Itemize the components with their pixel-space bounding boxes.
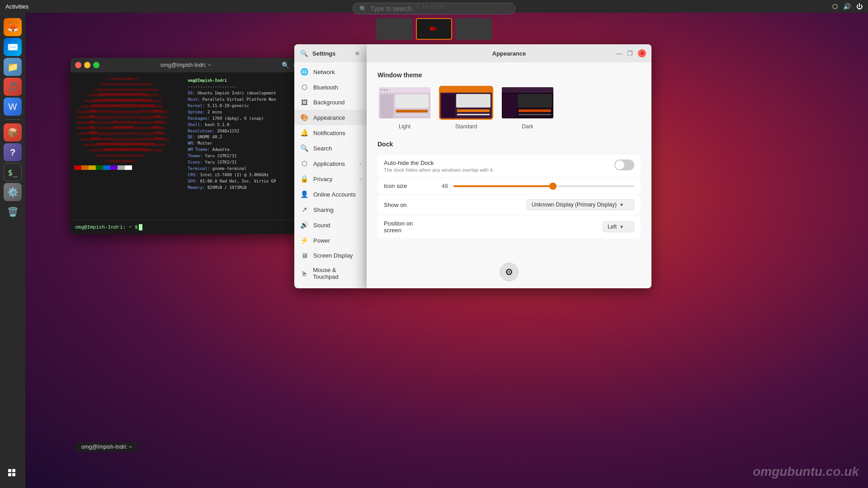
show-applications-button[interactable] (4, 465, 22, 483)
theme-light-preview (377, 86, 432, 120)
show-on-chevron-icon: ▾ (620, 202, 623, 208)
terminal-search-icon[interactable]: 🔍 (282, 61, 289, 69)
position-chevron-icon: ▾ (620, 224, 623, 230)
settings-panel: 🔍 Settings ≡ 🌐 Network ⬡ Bluetooth 🖼 Bac… (294, 44, 367, 288)
theme-dark[interactable]: Dark (500, 86, 555, 130)
show-on-label: Show on (384, 202, 429, 208)
settings-item-mouse-touchpad[interactable]: 🖱 Mouse & Touchpad (294, 263, 367, 284)
terminal-minimize-button[interactable] (84, 62, 90, 68)
left-dock: 🦊 ✉️ 📁 🎵 W 📦 ? $_ ⚙️ 🗑️ (0, 13, 25, 488)
icon-size-slider[interactable] (453, 185, 634, 187)
theme-standard-preview (439, 86, 493, 120)
settings-panel-title: Settings (312, 50, 335, 57)
applications-arrow-icon: › (359, 161, 361, 166)
volume-icon[interactable]: 🔊 (843, 3, 851, 10)
position-label: Position on screen (384, 220, 429, 234)
window-thumb-terminal[interactable]: █▓▒░ (416, 18, 452, 40)
settings-item-privacy[interactable]: 🔒 Privacy › (294, 171, 367, 187)
autohide-option: Auto-hide the Dock The dock hides when a… (377, 155, 641, 177)
svg-text:⚙: ⚙ (505, 267, 513, 277)
settings-item-online-accounts[interactable]: 👤 Online Accounts (294, 187, 367, 202)
appearance-titlebar: Appearance — ❐ ✕ (367, 44, 651, 62)
search-icon: 🔍 (359, 5, 367, 12)
power-icon[interactable]: ⏻ (856, 3, 863, 10)
terminal-maximize-button[interactable] (93, 62, 99, 68)
theme-dark-preview (500, 86, 555, 120)
mouse-icon: 🖱 (300, 270, 308, 277)
dock-icon-software[interactable]: 📦 (4, 123, 22, 141)
settings-item-sound[interactable]: 🔊 Sound (294, 217, 367, 233)
notifications-icon: 🔔 (300, 129, 309, 137)
terminal-tooltip: omg@Impish-Indri: ~ (76, 442, 137, 452)
background-icon: 🖼 (300, 99, 309, 106)
dock-icon-settings[interactable]: ⚙️ (4, 183, 22, 201)
svg-rect-3 (12, 473, 15, 476)
appearance-icon: 🎨 (300, 113, 309, 122)
settings-titlebar: 🔍 Settings ≡ (294, 44, 367, 62)
settings-list: 🌐 Network ⬡ Bluetooth 🖼 Background 🎨 App… (294, 62, 367, 288)
window-thumb-3[interactable] (456, 18, 492, 40)
window-strip: █▓▒░ (376, 18, 492, 40)
terminal-content: .-/+oossssoo+/-. `:+ssssssssssssssssss+:… (71, 72, 301, 220)
settings-item-sharing[interactable]: ↗ Sharing (294, 202, 367, 217)
dock-icon-rhythmbox[interactable]: 🎵 (4, 78, 22, 96)
theme-light-label: Light (399, 123, 410, 130)
settings-menu-button[interactable]: ≡ (352, 48, 362, 58)
power-settings-icon: ⚡ (300, 236, 309, 244)
dock-icon-help[interactable]: ? (4, 143, 22, 161)
icon-size-slider-thumb[interactable] (549, 183, 557, 190)
activities-button[interactable]: Activities (5, 3, 28, 10)
settings-item-notifications[interactable]: 🔔 Notifications (294, 125, 367, 141)
dock-icon-writer[interactable]: W (4, 98, 22, 116)
theme-standard[interactable]: Standard (439, 86, 493, 130)
dock-section-title: Dock (377, 141, 641, 148)
appearance-minimize-button[interactable]: — (616, 50, 623, 57)
search-input[interactable] (370, 5, 509, 12)
autohide-label: Auto-hide the Dock (384, 160, 614, 166)
appearance-window-controls: — ❐ ✕ (616, 49, 646, 57)
show-on-dropdown[interactable]: Unknown Display (Primary Display) ▾ (527, 199, 634, 210)
keyboard-icon: ⌨ (300, 287, 309, 288)
privacy-arrow-icon: › (359, 176, 361, 182)
theme-thumbnails: Light (377, 86, 641, 130)
dock-icon-firefox[interactable]: 🦊 (4, 18, 22, 36)
dock-icon-terminal[interactable]: $_ (4, 163, 22, 181)
appearance-content: Window theme (367, 62, 651, 288)
position-dropdown[interactable]: Left ▾ (603, 221, 634, 232)
desktop-area: omg@Impish-Indri: ~ 🔍 ≡ .-/+oossssoo+/-.… (25, 13, 868, 488)
window-thumb-empty[interactable] (376, 18, 412, 40)
terminal-close-button[interactable] (75, 62, 81, 68)
terminal-window-controls (75, 62, 99, 68)
autohide-toggle[interactable] (614, 160, 634, 170)
network-icon: 🌐 (300, 68, 309, 76)
dock-icon-thunderbird[interactable]: ✉️ (4, 38, 22, 56)
watermark: omgubuntu.co.uk (753, 465, 859, 479)
sharing-icon: ↗ (300, 206, 309, 214)
settings-item-screen-display[interactable]: 🖥 Screen Display (294, 248, 367, 263)
theme-light[interactable]: Light (377, 86, 432, 130)
settings-item-network[interactable]: 🌐 Network (294, 64, 367, 80)
settings-item-applications[interactable]: ⬡ Applications › (294, 156, 367, 171)
icon-size-slider-fill (453, 185, 553, 187)
appearance-restore-button[interactable]: ❐ (627, 50, 634, 57)
appearance-close-button[interactable]: ✕ (638, 49, 646, 57)
show-on-row: Show on Unknown Display (Primary Display… (377, 195, 641, 215)
settings-item-power[interactable]: ⚡ Power (294, 233, 367, 248)
settings-search-button[interactable]: 🔍 (299, 48, 309, 58)
appearance-panel-title: Appearance (492, 50, 526, 57)
settings-item-keyboard[interactable]: ⌨ Keyboard (294, 284, 367, 288)
settings-item-search[interactable]: 🔍 Search (294, 141, 367, 156)
search-bar-container: 🔍 (353, 3, 515, 14)
bluetooth-icon: ⬡ (300, 83, 309, 91)
screen-display-icon: 🖥 (300, 252, 309, 259)
settings-item-bluetooth[interactable]: ⬡ Bluetooth (294, 80, 367, 95)
online-accounts-icon: 👤 (300, 190, 309, 198)
settings-gear-icon: ⚙ (499, 262, 519, 284)
settings-item-background[interactable]: 🖼 Background (294, 95, 367, 110)
privacy-icon: 🔒 (300, 175, 309, 183)
dock-icon-files[interactable]: 📁 (4, 58, 22, 76)
settings-item-appearance[interactable]: 🎨 Appearance (294, 110, 367, 125)
dock-icon-trash[interactable]: 🗑️ (4, 203, 22, 221)
search-bar[interactable]: 🔍 (353, 3, 515, 14)
sound-icon: 🔊 (300, 221, 309, 229)
